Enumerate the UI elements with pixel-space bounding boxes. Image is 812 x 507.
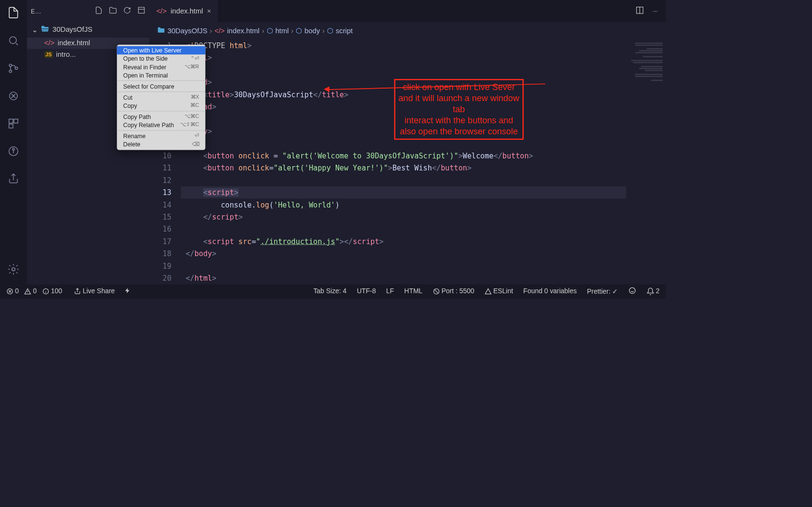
html-file-icon: </> (44, 39, 54, 47)
context-menu-item[interactable]: Open to the Side⌃⏎ (117, 54, 206, 63)
source-control-icon[interactable] (8, 63, 20, 76)
status-info[interactable]: 100 (42, 287, 62, 295)
context-menu-item[interactable]: Select for Compare (117, 82, 206, 91)
code-content[interactable]: <!DOCTYPE html><html><head> <title>30Day… (181, 39, 627, 284)
share-icon[interactable] (8, 173, 20, 186)
svg-rect-11 (138, 7, 144, 13)
context-menu-item[interactable]: Cut⌘X (117, 93, 206, 102)
debug-icon[interactable] (8, 90, 20, 104)
gear-icon[interactable] (7, 263, 20, 277)
breadcrumb[interactable]: 30DaysOfJS › </> index.html › ⬡ html › ⬡… (149, 22, 666, 39)
status-encoding[interactable]: UTF-8 (357, 287, 376, 295)
explorer-sidebar: E... ⌄ 30DaysOfJS </> index.html JS intr… (27, 0, 149, 284)
file-name: index.html (58, 39, 90, 47)
tab-open-file[interactable]: </> index.html × (149, 0, 219, 22)
annotation-arrowhead (324, 87, 329, 92)
context-menu-item[interactable]: Open in Terminal (117, 71, 206, 79)
status-warnings[interactable]: 0 (24, 287, 37, 295)
status-smiley-icon[interactable] (628, 286, 636, 297)
tab-label: index.html (170, 7, 203, 15)
context-menu-item[interactable]: Copy Path⌥⌘C (117, 113, 206, 121)
status-liveshare[interactable]: Live Share (74, 287, 115, 295)
status-language[interactable]: HTML (404, 287, 422, 295)
chevron-down-icon: ⌄ (32, 26, 38, 34)
status-prettier[interactable]: Prettier: ✓ (587, 287, 618, 296)
chevron-right-icon: › (291, 26, 293, 35)
status-port[interactable]: Port : 5500 (433, 287, 474, 295)
svg-point-2 (9, 70, 12, 72)
svg-point-10 (12, 268, 15, 271)
split-editor-icon[interactable] (635, 6, 644, 16)
more-icon[interactable]: ··· (653, 8, 658, 15)
svg-point-1 (9, 64, 12, 66)
bolt-icon[interactable] (124, 287, 131, 296)
context-menu-item[interactable]: Copy Relative Path⌥⇧⌘C (117, 121, 206, 129)
symbol-icon: ⬡ (267, 26, 273, 35)
root-folder[interactable]: ⌄ 30DaysOfJS (27, 22, 149, 38)
context-menu-item[interactable]: Rename⏎ (117, 132, 206, 140)
folder-icon (157, 26, 165, 36)
status-tabsize[interactable]: Tab Size: 4 (314, 287, 347, 295)
breadcrumb-item[interactable]: body (304, 26, 320, 35)
context-menu-item[interactable]: Open with Live Server (117, 46, 206, 54)
activity-bar (0, 0, 27, 284)
context-menu-item[interactable]: Copy⌘C (117, 102, 206, 110)
folder-open-icon (40, 25, 49, 35)
status-eslint[interactable]: ESLint (485, 287, 513, 295)
file-name: intro... (56, 51, 76, 59)
new-folder-icon[interactable] (109, 6, 117, 16)
symbol-icon: ⬡ (327, 26, 333, 35)
editor-area: </> index.html × ··· 30DaysOfJS › </> in… (149, 0, 666, 284)
html-file-icon: </> (157, 7, 167, 15)
status-errors[interactable]: 0 (6, 287, 19, 295)
extensions-icon[interactable] (8, 117, 20, 131)
annotation-box: click on open with Live Sever and it wil… (394, 79, 524, 140)
minimap[interactable] (627, 39, 666, 284)
status-notifications[interactable]: 2 (646, 287, 659, 295)
js-file-icon: JS (44, 52, 53, 58)
chevron-right-icon: › (262, 26, 264, 35)
context-menu-item[interactable]: Delete⌫ (117, 140, 206, 148)
context-menu[interactable]: Open with Live ServerOpen to the Side⌃⏎R… (117, 45, 206, 150)
search-icon[interactable] (8, 35, 20, 48)
svg-point-0 (10, 37, 16, 43)
collapse-icon[interactable] (137, 6, 145, 16)
git-icon[interactable] (8, 145, 20, 159)
refresh-icon[interactable] (123, 6, 131, 16)
sidebar-title: E... (31, 8, 89, 14)
new-file-icon[interactable] (95, 6, 103, 16)
tab-bar: </> index.html × ··· (149, 0, 666, 22)
symbol-icon: ⬡ (296, 26, 302, 35)
status-bar: 0 0 100 Live Share Tab Size: 4 UTF-8 LF … (0, 284, 666, 299)
breadcrumb-item[interactable]: 30DaysOfJS (168, 26, 208, 35)
status-variables[interactable]: Found 0 variables (524, 287, 577, 295)
breadcrumb-item[interactable]: html (275, 26, 289, 35)
folder-name: 30DaysOfJS (52, 26, 92, 34)
close-icon[interactable]: × (207, 7, 211, 15)
svg-point-16 (629, 287, 635, 293)
chevron-right-icon: › (210, 26, 212, 35)
status-eol[interactable]: LF (386, 287, 394, 295)
svg-point-9 (13, 148, 14, 150)
svg-rect-7 (9, 124, 13, 128)
html-file-icon: </> (214, 26, 224, 35)
chevron-right-icon: › (322, 26, 325, 35)
breadcrumb-item[interactable]: script (336, 26, 353, 35)
files-icon[interactable] (7, 6, 20, 21)
svg-rect-5 (9, 119, 13, 123)
context-menu-item[interactable]: Reveal in Finder⌥⌘R (117, 63, 206, 71)
breadcrumb-item[interactable]: index.html (227, 26, 260, 35)
svg-rect-6 (14, 119, 18, 123)
code-editor[interactable]: 1234567891011121314151617181920 <!DOCTYP… (149, 39, 666, 284)
